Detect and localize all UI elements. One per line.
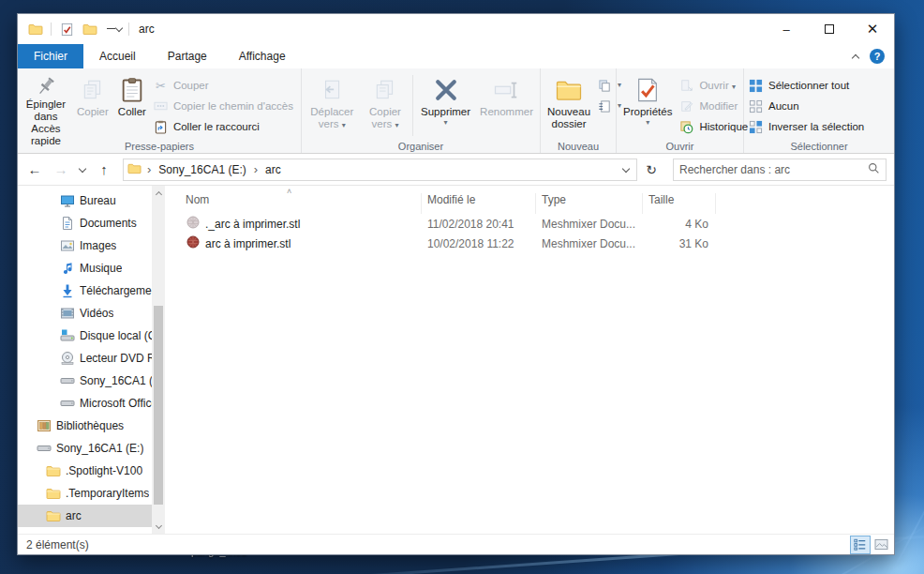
search-box <box>673 159 887 181</box>
folder-icon <box>46 486 61 501</box>
select-all-icon <box>748 79 764 93</box>
sidebar-item-lecteur-dvd-rw-d[interactable]: Lecteur DVD RW (D:) <box>18 347 165 370</box>
pin-to-quick-access-button[interactable]: Épingler dans Accès rapide <box>20 71 72 138</box>
help-icon[interactable]: ? <box>870 49 885 64</box>
sidebar-item-label: .TemporaryItems <box>66 487 149 500</box>
scrollbar-thumb[interactable] <box>154 306 163 505</box>
copy-button[interactable]: Copier <box>72 71 113 138</box>
breadcrumb[interactable]: › Sony_16CA1 (E:) › arc <box>123 159 637 181</box>
open-icon <box>678 79 694 92</box>
sidebar-item-arc[interactable]: arc <box>18 505 165 527</box>
close-button[interactable]: ✕ <box>851 14 894 44</box>
folder-icon <box>46 531 61 534</box>
edit-button[interactable]: Modifier <box>677 97 753 115</box>
paste-shortcut-button[interactable]: Coller le raccourci <box>151 117 299 136</box>
rename-button[interactable]: Renommer <box>475 71 538 138</box>
cut-button[interactable]: ✂ Couper <box>151 76 299 95</box>
file-list: ˄ Nom Modifié le Type Taille ._arc à imp… <box>165 186 894 534</box>
breadcrumb-folder[interactable]: arc <box>263 163 283 176</box>
file-type: Meshmixer Docu... <box>536 237 643 250</box>
file-modified: 10/02/2018 11:22 <box>422 237 536 250</box>
tab-affichage[interactable]: Affichage <box>223 44 302 68</box>
new-folder-button[interactable]: Nouveau dossier <box>543 71 595 138</box>
address-dropdown-icon[interactable] <box>622 164 630 172</box>
sidebar-item-lemeur[interactable]: LEMEUR <box>18 527 165 534</box>
refresh-icon[interactable]: ↻ <box>641 162 662 177</box>
qat-properties-icon[interactable] <box>58 21 75 38</box>
column-header-modifie[interactable]: Modifié le <box>422 193 536 214</box>
disk-icon <box>60 396 75 411</box>
minimize-button[interactable]: – <box>765 14 808 44</box>
tab-accueil[interactable]: Accueil <box>83 44 152 68</box>
scroll-up-icon[interactable] <box>152 186 165 200</box>
details-view-button[interactable] <box>851 536 870 553</box>
properties-button[interactable]: Propriétés ▾ <box>618 71 677 138</box>
window-icon <box>27 21 44 38</box>
breadcrumb-chevron: › <box>250 162 261 176</box>
open-button[interactable]: Ouvrir ▾ <box>677 76 753 95</box>
delete-button[interactable]: Supprimer ▾ <box>416 71 475 138</box>
sidebar-item-musique[interactable]: Musique <box>18 257 165 279</box>
sidebar-scrollbar[interactable] <box>152 186 165 534</box>
sidebar-item-sony-16ca1-e[interactable]: Sony_16CA1 (E:) <box>18 437 165 460</box>
sidebar-item-documents[interactable]: Documents <box>18 212 165 234</box>
qat-new-folder-icon[interactable] <box>82 21 98 38</box>
sidebar-item-bureau[interactable]: Bureau <box>18 189 165 212</box>
group-label-select: Sélectionner <box>744 141 894 152</box>
sidebar-item-vid-os[interactable]: Vidéos <box>18 302 165 325</box>
file-row[interactable]: arc à imprimer.stl10/02/2018 11:22Meshmi… <box>176 234 894 253</box>
file-size: 4 Ko <box>643 218 716 231</box>
tab-fichier[interactable]: Fichier <box>18 44 83 68</box>
sidebar-item-label: LEMEUR <box>66 532 112 534</box>
copy-path-button[interactable]: Copier le chemin d'accès <box>151 97 299 115</box>
invert-selection-icon <box>748 120 764 134</box>
up-icon[interactable]: ↑ <box>93 159 115 181</box>
file-name[interactable]: ._arc à imprimer.stl <box>176 215 422 233</box>
select-all-button[interactable]: Sélectionner tout <box>746 76 870 95</box>
back-icon[interactable]: ← <box>23 159 46 181</box>
collapse-ribbon-icon[interactable] <box>852 53 859 61</box>
move-to-button[interactable]: Déplacer vers ▾ <box>304 71 361 138</box>
sidebar-item-images[interactable]: Images <box>18 234 165 257</box>
sidebar-item-spotlight-v100[interactable]: .Spotlight-V100 <box>18 460 165 482</box>
search-icon[interactable] <box>868 162 880 177</box>
move-to-icon <box>320 74 344 106</box>
maximize-button[interactable] <box>808 14 851 44</box>
recent-locations-icon[interactable] <box>76 159 89 181</box>
sidebar-item-label: arc <box>66 509 82 522</box>
quick-access-toolbar <box>18 21 129 38</box>
tab-partage[interactable]: Partage <box>152 44 223 68</box>
dvd-icon <box>60 351 75 366</box>
column-header-taille[interactable]: Taille <box>643 193 716 214</box>
invert-selection-button[interactable]: Inverser la sélection <box>746 117 870 136</box>
breadcrumb-drive[interactable]: Sony_16CA1 (E:) <box>156 163 247 176</box>
history-button[interactable]: Historique <box>677 117 753 136</box>
qat-customize-icon[interactable] <box>105 21 122 38</box>
select-none-icon <box>748 99 764 113</box>
caption-buttons: – ✕ <box>765 14 894 44</box>
file-name[interactable]: arc à imprimer.stl <box>176 234 422 252</box>
column-header-type[interactable]: Type <box>536 193 643 214</box>
ribbon-group-open: Propriétés ▾ Ouvrir ▾ Modifier <box>617 68 744 153</box>
forward-icon[interactable]: → <box>50 159 72 181</box>
sidebar-item-sony-16ca1-e[interactable]: Sony_16CA1 (E:) <box>18 370 165 392</box>
copy-to-button[interactable]: Copier vers ▾ <box>361 71 410 138</box>
search-input[interactable] <box>679 163 868 176</box>
column-header-nom[interactable]: Nom <box>176 193 422 214</box>
thumbnail-view-button[interactable] <box>872 536 890 553</box>
sidebar-item-t-l-chargements[interactable]: Téléchargements <box>18 279 165 302</box>
sidebar-item-temporaryitems[interactable]: .TemporaryItems <box>18 482 165 505</box>
file-row[interactable]: ._arc à imprimer.stl11/02/2018 20:41Mesh… <box>176 214 894 234</box>
sidebar-item-disque-local-c[interactable]: Disque local (C:) <box>18 325 165 347</box>
sidebar-item-biblioth-ques[interactable]: Bibliothèques <box>18 415 165 437</box>
paste-button[interactable]: Coller <box>113 71 151 138</box>
address-bar: ← → ↑ › Sony_16CA1 (E:) › arc ↻ <box>18 154 894 186</box>
select-none-button[interactable]: Aucun <box>746 97 870 115</box>
osdisk-icon <box>60 328 75 343</box>
scroll-down-icon[interactable] <box>152 520 165 534</box>
location-folder-icon <box>127 161 142 178</box>
ribbon-tab-row: Fichier Accueil Partage Affichage ? <box>18 44 894 68</box>
delete-icon <box>432 74 460 106</box>
sidebar-item-label: Musique <box>80 262 122 275</box>
sidebar-item-microsoft-office[interactable]: Microsoft Office <box>18 392 165 415</box>
